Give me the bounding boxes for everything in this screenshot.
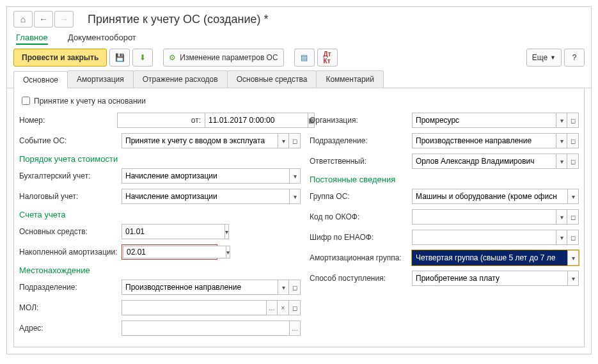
enaof-label: Шифр по ЕНАОФ: <box>310 233 412 242</box>
right-dept-open[interactable]: ◻ <box>567 133 579 148</box>
okof-dropdown[interactable]: ▾ <box>556 209 567 225</box>
org-dropdown[interactable]: ▾ <box>556 113 567 128</box>
resp-dropdown[interactable]: ▾ <box>556 154 567 169</box>
chevron-down-icon: ▾ <box>560 117 563 124</box>
close-icon: × <box>281 305 285 312</box>
arrow-left-icon: ← <box>39 14 48 24</box>
view-tabs: Главное Документооборот <box>7 29 591 45</box>
bu-input[interactable] <box>122 168 289 184</box>
event-label: Событие ОС: <box>19 136 122 145</box>
okof-label: Код по ОКОФ: <box>310 212 412 221</box>
tab-expenses[interactable]: Отражение расходов <box>133 70 228 88</box>
addr-input[interactable] <box>122 320 289 336</box>
report-icon: ▤ <box>301 53 308 62</box>
open-icon: ◻ <box>570 234 576 241</box>
nu-dropdown[interactable]: ▾ <box>289 189 301 204</box>
right-column: Организация: ▾ ◻ Подразделение: ▾ ◻ <box>301 112 579 340</box>
right-dept-input[interactable] <box>412 133 556 148</box>
enaof-input[interactable] <box>412 230 556 245</box>
org-open[interactable]: ◻ <box>567 113 579 128</box>
tab-comment[interactable]: Комментарий <box>316 70 384 88</box>
income-dropdown[interactable]: ▾ <box>567 271 579 286</box>
tab-amort[interactable]: Амортизация <box>67 70 134 88</box>
nu-input[interactable] <box>122 189 289 204</box>
chevron-down-icon: ▾ <box>572 193 575 200</box>
group-dropdown[interactable]: ▾ <box>567 189 579 204</box>
chevron-down-icon: ▾ <box>560 158 563 165</box>
ellipsis-icon: … <box>292 325 298 332</box>
mol-clear[interactable]: × <box>278 300 289 315</box>
okof-input[interactable] <box>412 209 556 225</box>
submit-close-button[interactable]: Провести и закрыть <box>13 49 107 67</box>
mol-input[interactable] <box>122 300 266 315</box>
save-icon: 💾 <box>115 53 125 62</box>
tab-assets[interactable]: Основные средства <box>227 70 317 88</box>
event-input[interactable] <box>122 133 278 148</box>
based-on-checkbox[interactable] <box>22 97 30 105</box>
right-dept-dropdown[interactable]: ▾ <box>556 133 567 148</box>
amgroup-dropdown[interactable]: ▾ <box>567 250 579 265</box>
mol-label: МОЛ: <box>19 303 122 312</box>
addr-more[interactable]: … <box>289 320 301 336</box>
left-dept-open[interactable]: ◻ <box>289 280 301 295</box>
help-button[interactable]: ? <box>564 49 585 67</box>
acc-am-dropdown[interactable]: ▾ <box>226 246 230 258</box>
acc-os-input[interactable] <box>122 224 224 239</box>
resp-input[interactable] <box>412 154 556 169</box>
change-params-button[interactable]: ⚙ Изменение параметров ОС <box>163 49 283 67</box>
amgroup-label: Амортизационная группа: <box>310 253 412 262</box>
open-icon: ◻ <box>570 214 576 221</box>
chevron-down-icon: ▾ <box>226 249 230 256</box>
org-input[interactable] <box>412 113 556 128</box>
post-button[interactable]: ⬇ <box>132 49 153 67</box>
left-column: Номер: от: ▦ Событие ОС: ▾ ◻ <box>19 112 301 340</box>
save-button[interactable]: 💾 <box>109 49 130 67</box>
chevron-down-icon: ▼ <box>550 54 556 61</box>
group-input[interactable] <box>412 189 567 204</box>
bu-dropdown[interactable]: ▾ <box>289 168 301 184</box>
tab-main[interactable]: Основное <box>13 71 68 88</box>
resp-open[interactable]: ◻ <box>567 154 579 169</box>
bu-label: Бухгалтерский учет: <box>19 171 122 180</box>
change-params-label: Изменение параметров ОС <box>180 53 278 62</box>
back-button[interactable]: ← <box>34 11 53 28</box>
toolbar: Провести и закрыть 💾 ⬇ ⚙ Изменение парам… <box>7 45 591 70</box>
acc-am-input[interactable] <box>123 246 226 258</box>
chevron-down-icon: ▾ <box>560 214 563 221</box>
home-button[interactable]: ⌂ <box>13 11 33 28</box>
dtkt-button[interactable]: ДтКт <box>317 49 338 67</box>
mol-more[interactable]: … <box>266 300 278 315</box>
dtkt-icon: ДтКт <box>324 51 331 65</box>
cost-order-head: Порядок учета стоимости <box>19 154 301 164</box>
okof-open[interactable]: ◻ <box>567 209 579 225</box>
open-icon: ◻ <box>570 158 576 165</box>
mol-open[interactable]: ◻ <box>289 300 301 315</box>
event-dropdown[interactable]: ▾ <box>278 133 289 148</box>
chevron-down-icon: ▾ <box>560 234 563 241</box>
forward-button[interactable]: → <box>54 11 74 28</box>
open-icon: ◻ <box>292 138 297 145</box>
income-input[interactable] <box>412 271 567 286</box>
enaof-dropdown[interactable]: ▾ <box>556 230 567 245</box>
amgroup-input[interactable] <box>412 250 567 265</box>
date-input[interactable] <box>205 113 308 128</box>
acc-os-dropdown[interactable]: ▾ <box>224 224 229 239</box>
view-tab-docflow[interactable]: Документооборот <box>68 33 136 42</box>
number-label: Номер: <box>19 116 117 125</box>
date-prefix-label: от: <box>191 116 201 125</box>
left-dept-dropdown[interactable]: ▾ <box>278 280 289 295</box>
report-button[interactable]: ▤ <box>294 49 315 67</box>
more-button[interactable]: Еще ▼ <box>526 49 562 67</box>
event-open[interactable]: ◻ <box>289 133 301 148</box>
open-icon: ◻ <box>292 284 297 291</box>
left-dept-input[interactable] <box>122 280 278 295</box>
accounts-head: Счета учета <box>19 210 301 219</box>
chevron-down-icon: ▾ <box>572 275 575 282</box>
right-dept-label: Подразделение: <box>310 136 412 145</box>
based-on-label: Принятие к учету на основании <box>34 97 146 106</box>
ellipsis-icon: … <box>269 305 275 312</box>
gear-icon: ⚙ <box>169 53 176 62</box>
page-title: Принятие к учету ОС (создание) * <box>88 13 269 26</box>
view-tab-main[interactable]: Главное <box>16 33 48 45</box>
enaof-open[interactable]: ◻ <box>567 230 579 245</box>
